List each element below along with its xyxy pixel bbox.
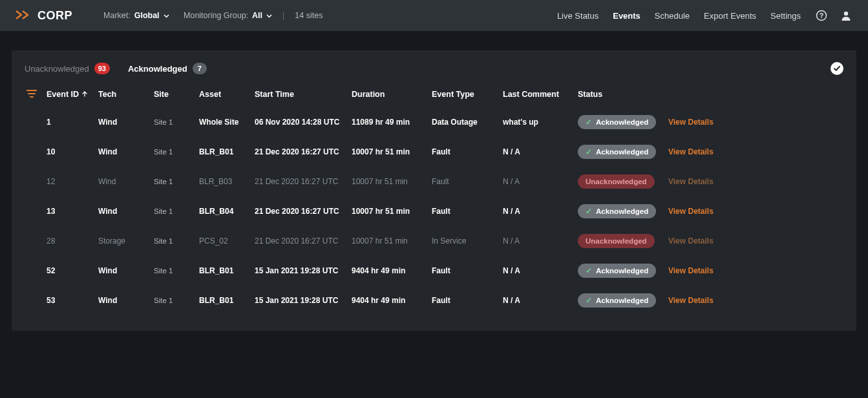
filter-icon[interactable] bbox=[26, 90, 37, 100]
cell-start-time: 21 Dec 2020 16:27 UTC bbox=[255, 236, 352, 246]
cell-site: Site 1 bbox=[154, 297, 199, 304]
cell-start-time: 15 Jan 2021 19:28 UTC bbox=[255, 296, 352, 305]
tab-badge: 93 bbox=[94, 63, 110, 74]
status-label: Unacknowledged bbox=[586, 237, 647, 245]
status-pill[interactable]: ✓Acknowledged bbox=[578, 115, 656, 129]
col-tech[interactable]: Tech bbox=[98, 90, 154, 99]
cell-asset: BLR_B01 bbox=[199, 296, 255, 305]
cell-duration: 10007 hr 51 min bbox=[352, 147, 432, 156]
cell-tech: Wind bbox=[98, 266, 154, 275]
nav-settings[interactable]: Settings bbox=[770, 11, 801, 21]
sites-count: 14 sites bbox=[295, 11, 323, 20]
cell-last-comment: N / A bbox=[503, 147, 578, 156]
cell-status: ✓Acknowledged bbox=[578, 145, 668, 159]
market-dropdown[interactable]: Global bbox=[134, 11, 169, 20]
status-pill[interactable]: ✓Acknowledged bbox=[578, 145, 656, 159]
cell-tech: Wind bbox=[98, 147, 154, 156]
help-icon[interactable]: ? bbox=[815, 9, 828, 22]
col-event-type[interactable]: Event Type bbox=[432, 90, 503, 99]
table-row[interactable]: 13WindSite 1BLR_B0421 Dec 2020 16:27 UTC… bbox=[12, 196, 856, 226]
cell-tech: Wind bbox=[98, 177, 154, 186]
table-row[interactable]: 52WindSite 1BLR_B0115 Jan 2021 19:28 UTC… bbox=[12, 256, 856, 286]
cell-last-comment: N / A bbox=[503, 236, 578, 246]
cell-event-id: 13 bbox=[47, 207, 98, 216]
cell-asset: BLR_B01 bbox=[199, 147, 255, 156]
check-icon: ✓ bbox=[586, 207, 592, 216]
view-details-link[interactable]: View Details bbox=[668, 118, 714, 127]
table-body: 1WindSite 1Whole Site06 Nov 2020 14:28 U… bbox=[12, 107, 856, 315]
group-dropdown[interactable]: All bbox=[252, 11, 272, 20]
cell-duration: 9404 hr 49 min bbox=[352, 266, 432, 275]
status-pill[interactable]: ✓Acknowledged bbox=[578, 264, 656, 278]
check-icon: ✓ bbox=[586, 266, 592, 275]
cell-event-type: Fault bbox=[432, 177, 503, 186]
cell-duration: 11089 hr 49 min bbox=[352, 118, 432, 127]
table-row[interactable]: 12WindSite 1BLR_B0321 Dec 2020 16:27 UTC… bbox=[12, 167, 856, 196]
col-site[interactable]: Site bbox=[154, 90, 199, 99]
cell-status: ✓Acknowledged bbox=[578, 115, 668, 129]
chevron-down-icon bbox=[164, 12, 169, 19]
events-table: Event ID Tech Site Asset Start Time Dura… bbox=[12, 81, 856, 315]
logo-icon bbox=[16, 10, 32, 22]
nav-live-status[interactable]: Live Status bbox=[557, 11, 598, 21]
group-value: All bbox=[252, 11, 262, 20]
cell-asset: PCS_02 bbox=[199, 236, 255, 246]
cell-event-type: Fault bbox=[432, 207, 503, 216]
col-start-time[interactable]: Start Time bbox=[255, 90, 352, 99]
check-icon: ✓ bbox=[586, 147, 592, 156]
status-pill[interactable]: Unacknowledged bbox=[578, 174, 655, 189]
brand-logo[interactable]: CORP bbox=[16, 9, 72, 23]
col-event-id[interactable]: Event ID bbox=[47, 90, 98, 99]
view-details-link[interactable]: View Details bbox=[668, 147, 714, 156]
select-all-button[interactable] bbox=[831, 62, 843, 75]
nav-export-events[interactable]: Export Events bbox=[704, 11, 756, 21]
view-details-link[interactable]: View Details bbox=[668, 296, 714, 305]
table-row[interactable]: 1WindSite 1Whole Site06 Nov 2020 14:28 U… bbox=[12, 107, 856, 137]
nav-schedule[interactable]: Schedule bbox=[655, 11, 690, 21]
cell-event-id: 52 bbox=[47, 266, 98, 275]
status-label: Unacknowledged bbox=[586, 178, 647, 185]
cell-asset: BLR_B03 bbox=[199, 177, 255, 186]
user-icon[interactable] bbox=[840, 9, 852, 22]
view-details-link[interactable]: View Details bbox=[668, 207, 714, 216]
tab-badge: 7 bbox=[193, 63, 207, 74]
check-icon: ✓ bbox=[586, 118, 592, 127]
chevron-down-icon bbox=[266, 12, 272, 19]
cell-site: Site 1 bbox=[154, 207, 199, 215]
table-row[interactable]: 53WindSite 1BLR_B0115 Jan 2021 19:28 UTC… bbox=[12, 286, 856, 315]
status-pill[interactable]: ✓Acknowledged bbox=[578, 293, 656, 308]
cell-status: ✓Acknowledged bbox=[578, 204, 668, 218]
tab-label: Acknowledged bbox=[128, 64, 187, 74]
col-asset[interactable]: Asset bbox=[199, 90, 255, 99]
col-last-comment[interactable]: Last Comment bbox=[503, 90, 578, 99]
cell-site: Site 1 bbox=[154, 237, 199, 245]
status-pill[interactable]: ✓Acknowledged bbox=[578, 204, 656, 218]
view-details-link[interactable]: View Details bbox=[668, 266, 714, 275]
cell-event-type: Data Outage bbox=[432, 118, 503, 127]
tab-unacknowledged[interactable]: Unacknowledged 93 bbox=[25, 63, 110, 74]
separator: | bbox=[282, 11, 284, 20]
nav-events[interactable]: Events bbox=[613, 11, 640, 21]
view-details-link[interactable]: View Details bbox=[668, 177, 714, 186]
market-label: Market: bbox=[103, 11, 131, 20]
cell-event-type: Fault bbox=[432, 296, 503, 305]
col-status[interactable]: Status bbox=[578, 90, 668, 99]
tabs-row: Unacknowledged 93 Acknowledged 7 bbox=[12, 50, 856, 81]
cell-duration: 10007 hr 51 min bbox=[352, 207, 432, 216]
check-icon: ✓ bbox=[586, 296, 592, 305]
cell-status: Unacknowledged bbox=[578, 234, 668, 248]
tab-acknowledged[interactable]: Acknowledged 7 bbox=[128, 63, 207, 74]
col-duration[interactable]: Duration bbox=[352, 90, 432, 99]
status-pill[interactable]: Unacknowledged bbox=[578, 234, 655, 248]
cell-status: Unacknowledged bbox=[578, 174, 668, 189]
cell-event-id: 12 bbox=[47, 177, 98, 186]
cell-event-type: In Service bbox=[432, 236, 503, 246]
view-details-link[interactable]: View Details bbox=[668, 236, 714, 246]
cell-start-time: 15 Jan 2021 19:28 UTC bbox=[255, 266, 352, 275]
cell-site: Site 1 bbox=[154, 118, 199, 126]
market-value: Global bbox=[134, 11, 160, 20]
table-row[interactable]: 10WindSite 1BLR_B0121 Dec 2020 16:27 UTC… bbox=[12, 137, 856, 167]
svg-point-2 bbox=[844, 12, 848, 16]
table-row[interactable]: 28StorageSite 1PCS_0221 Dec 2020 16:27 U… bbox=[12, 226, 856, 256]
cell-status: ✓Acknowledged bbox=[578, 264, 668, 278]
